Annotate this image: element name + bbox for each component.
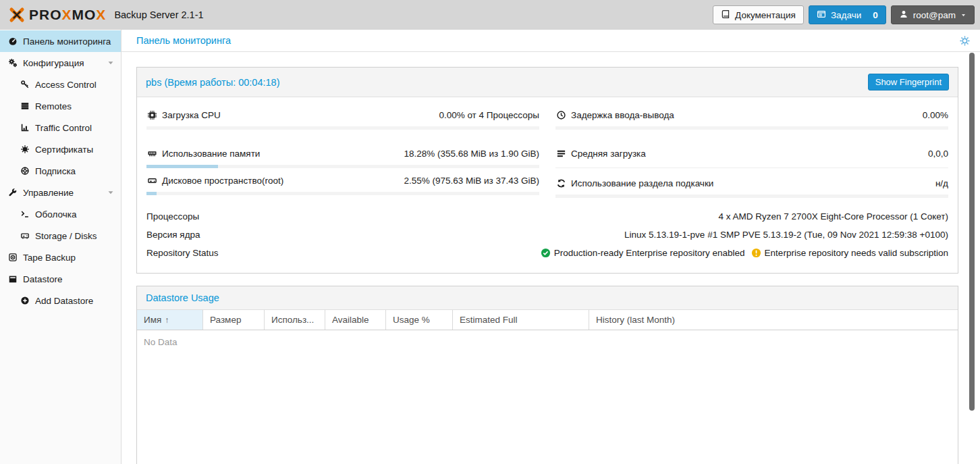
- column-header-4[interactable]: Available: [325, 310, 386, 330]
- stat-row: Использование раздела подкачкин/д: [555, 171, 948, 198]
- stat-value: 0.00%: [923, 110, 948, 120]
- user-icon: [899, 9, 908, 21]
- sidebar-item-label: Traffic Control: [35, 123, 92, 133]
- user-menu-button[interactable]: root@pam: [891, 5, 975, 24]
- datastore-usage-panel-header: Datastore Usage: [137, 286, 958, 310]
- sidebar-item-subscription[interactable]: Подписка: [0, 160, 121, 182]
- stat-row: Средняя загрузка0,0,0: [555, 141, 948, 171]
- sidebar-item-tape-backup[interactable]: Tape Backup: [0, 247, 121, 268]
- column-header-6[interactable]: Estimated Full: [453, 310, 589, 330]
- stat-value: 0.00% от 4 Процессоры: [439, 110, 539, 120]
- stat-label: Задержка ввода-вывода: [555, 110, 674, 120]
- column-header-7[interactable]: History (last Month): [589, 310, 958, 330]
- add-icon: [19, 296, 30, 305]
- stat-row: Дисковое пространство(root)2.55% (975.63…: [146, 168, 539, 195]
- vertical-scrollbar-thumb[interactable]: [969, 53, 975, 411]
- sidebar-item-administration[interactable]: Управление: [0, 182, 121, 203]
- storage-icon: [19, 231, 30, 240]
- tasks-button[interactable]: Задачи 0: [809, 5, 886, 24]
- task-list-icon: [817, 9, 826, 21]
- column-header-1[interactable]: Имя↑: [137, 310, 203, 330]
- sidebar-item-dashboard[interactable]: Панель мониторинга: [0, 30, 121, 52]
- column-header-5[interactable]: Usage %: [386, 310, 453, 330]
- sidebar-item-certificates[interactable]: Сертификаты: [0, 138, 121, 160]
- top-bar: PROXMOX Backup Server 2.1-1 Документация…: [0, 0, 980, 30]
- tasks-count-badge: 0: [873, 10, 878, 20]
- stat-progressbar: [555, 126, 948, 130]
- stat-label: Использование раздела подкачки: [555, 178, 713, 188]
- repository-status-badges: Production-ready Enterprise repository e…: [541, 248, 948, 258]
- info-row: Версия ядраLinux 5.13.19-1-pve #1 SMP PV…: [146, 226, 948, 244]
- datastore-usage-panel: Datastore Usage Имя↑РазмерИспольз...Avai…: [136, 286, 958, 464]
- dashboard-settings-gear-icon[interactable]: [959, 35, 971, 47]
- stat-label: Средняя загрузка: [555, 149, 646, 159]
- sidebar-item-label: Tape Backup: [23, 253, 76, 263]
- traffic-icon: [19, 123, 30, 132]
- stat-progressbar: [146, 192, 539, 195]
- node-info-section: Процессоры4 x AMD Ryzen 7 2700X Eight-Co…: [137, 202, 958, 273]
- stat-value: н/д: [935, 178, 948, 188]
- sidebar-item-label: Конфигурация: [23, 58, 84, 68]
- certificate-icon: [19, 145, 30, 154]
- warning-circle-icon: [751, 248, 761, 258]
- column-header-2[interactable]: Размер: [203, 310, 265, 330]
- datastore-icon: [7, 274, 18, 284]
- sidebar-item-shell[interactable]: Оболочка: [0, 203, 121, 225]
- sidebar-item-add-datastore[interactable]: Add Datastore: [0, 290, 121, 311]
- sidebar-item-label: Управление: [23, 188, 74, 198]
- stat-row: Использование памяти18.28% (355.68 MiB и…: [146, 141, 539, 168]
- documentation-button[interactable]: Документация: [713, 5, 804, 24]
- book-icon: [721, 9, 730, 21]
- terminal-icon: [19, 209, 30, 219]
- key-icon: [19, 80, 30, 89]
- stats-column-right: Задержка ввода-вывода0.00%Средняя загруз…: [555, 103, 948, 198]
- sidebar-item-storage-disks[interactable]: Storage / Disks: [0, 225, 121, 247]
- info-label: Процессоры: [146, 211, 199, 222]
- info-label: Версия ядра: [146, 230, 200, 240]
- status-badge: Enterprise repository needs valid subscr…: [751, 248, 948, 258]
- sort-ascending-icon: ↑: [165, 315, 169, 325]
- proxmox-x-icon: [8, 6, 26, 24]
- column-header-3[interactable]: Использ...: [265, 310, 325, 330]
- show-fingerprint-button[interactable]: Show Fingerprint: [868, 74, 949, 91]
- main-header: Панель мониторинга: [121, 30, 980, 52]
- proxmox-logo[interactable]: PROXMOX: [8, 6, 106, 24]
- info-value: 4 x AMD Ryzen 7 2700X Eight-Core Process…: [719, 211, 948, 222]
- sidebar-item-label: Datastore: [23, 274, 63, 284]
- tape-icon: [7, 253, 18, 262]
- stat-label: Дисковое пространство(root): [146, 176, 283, 186]
- sidebar-item-label: Add Datastore: [35, 296, 93, 306]
- sidebar-item-configuration[interactable]: Конфигурация: [0, 52, 121, 74]
- check-circle-icon: [541, 248, 551, 258]
- stat-row: Задержка ввода-вывода0.00%: [555, 103, 948, 130]
- loadavg-icon: [555, 149, 566, 159]
- collapse-caret-icon[interactable]: [107, 59, 114, 66]
- collapse-caret-icon[interactable]: [107, 189, 114, 196]
- clock-icon: [555, 110, 566, 120]
- main-area: Панель мониторинга pbs (Время работы: 00…: [121, 30, 980, 464]
- memory-icon: [146, 149, 157, 159]
- remotes-icon: [19, 101, 30, 111]
- swap-icon: [555, 178, 566, 188]
- hdd-icon: [146, 176, 157, 186]
- node-status-panel: pbs (Время работы: 00:04:18) Show Finger…: [136, 67, 958, 274]
- sidebar-item-label: Remotes: [35, 101, 72, 111]
- sidebar-item-datastore[interactable]: Datastore: [0, 268, 121, 290]
- sidebar-item-traffic-control[interactable]: Traffic Control: [0, 117, 121, 138]
- sidebar-nav: Панель мониторингаКонфигурацияAccess Con…: [0, 30, 121, 464]
- stat-row: Загрузка CPU0.00% от 4 Процессоры: [146, 103, 539, 130]
- stat-progressbar-fill: [146, 192, 157, 195]
- sidebar-item-access-control[interactable]: Access Control: [0, 74, 121, 95]
- info-row: Процессоры4 x AMD Ryzen 7 2700X Eight-Co…: [146, 207, 948, 226]
- page-title: Панель мониторинга: [136, 35, 231, 46]
- sidebar-item-label: Сертификаты: [35, 145, 93, 155]
- datastore-usage-title: Datastore Usage: [146, 292, 219, 303]
- stat-progressbar: [555, 195, 948, 198]
- stat-progressbar: [146, 126, 539, 130]
- status-badge: Production-ready Enterprise repository e…: [541, 248, 745, 258]
- wrench-icon: [7, 188, 18, 197]
- sidebar-item-label: Панель мониторинга: [23, 36, 111, 47]
- node-status-panel-header: pbs (Время работы: 00:04:18) Show Finger…: [137, 68, 958, 97]
- stat-label: Загрузка CPU: [146, 110, 221, 120]
- sidebar-item-remotes[interactable]: Remotes: [0, 95, 121, 117]
